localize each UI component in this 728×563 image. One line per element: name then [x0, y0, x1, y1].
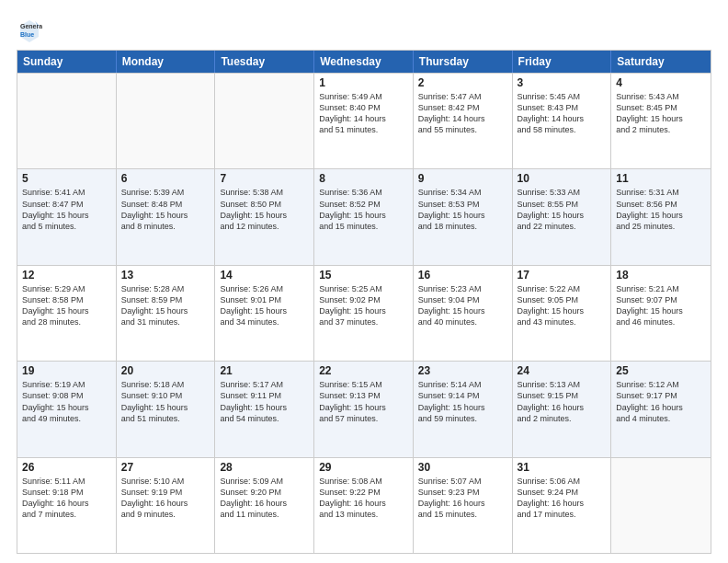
- cal-cell: 18Sunrise: 5:21 AM Sunset: 9:07 PM Dayli…: [611, 266, 711, 361]
- calendar-body: 1Sunrise: 5:49 AM Sunset: 8:40 PM Daylig…: [17, 73, 711, 553]
- cal-cell: 7Sunrise: 5:38 AM Sunset: 8:50 PM Daylig…: [215, 169, 314, 264]
- cal-cell: 26Sunrise: 5:11 AM Sunset: 9:18 PM Dayli…: [17, 458, 117, 553]
- cell-info: Sunrise: 5:06 AM Sunset: 9:24 PM Dayligh…: [518, 476, 607, 521]
- weekday-header-monday: Monday: [117, 51, 216, 73]
- cell-info: Sunrise: 5:19 AM Sunset: 9:08 PM Dayligh…: [22, 379, 111, 424]
- cal-cell: 25Sunrise: 5:12 AM Sunset: 9:17 PM Dayli…: [611, 362, 711, 456]
- cell-info: Sunrise: 5:08 AM Sunset: 9:22 PM Dayligh…: [319, 476, 408, 521]
- cal-cell: 21Sunrise: 5:17 AM Sunset: 9:11 PM Dayli…: [215, 362, 314, 456]
- cal-row-1: 5Sunrise: 5:41 AM Sunset: 8:47 PM Daylig…: [17, 168, 711, 264]
- cal-cell: [17, 74, 117, 168]
- cell-info: Sunrise: 5:47 AM Sunset: 8:42 PM Dayligh…: [418, 91, 507, 136]
- cal-cell: 12Sunrise: 5:29 AM Sunset: 8:58 PM Dayli…: [17, 266, 117, 361]
- cell-info: Sunrise: 5:10 AM Sunset: 9:19 PM Dayligh…: [121, 476, 210, 521]
- cell-info: Sunrise: 5:34 AM Sunset: 8:53 PM Dayligh…: [418, 187, 507, 232]
- cell-day-number: 1: [319, 76, 408, 89]
- cal-cell: 15Sunrise: 5:25 AM Sunset: 9:02 PM Dayli…: [314, 266, 414, 361]
- cell-info: Sunrise: 5:21 AM Sunset: 9:07 PM Dayligh…: [616, 283, 706, 328]
- cal-cell: 8Sunrise: 5:36 AM Sunset: 8:52 PM Daylig…: [314, 169, 414, 264]
- cell-info: Sunrise: 5:31 AM Sunset: 8:56 PM Dayligh…: [616, 187, 706, 232]
- cal-cell: 14Sunrise: 5:26 AM Sunset: 9:01 PM Dayli…: [215, 266, 314, 361]
- cell-info: Sunrise: 5:12 AM Sunset: 9:17 PM Dayligh…: [616, 379, 706, 424]
- logo: General Blue: [17, 17, 46, 42]
- logo-icon: General Blue: [17, 17, 42, 42]
- weekday-header-thursday: Thursday: [414, 51, 513, 73]
- cell-day-number: 17: [518, 269, 607, 282]
- calendar-header: SundayMondayTuesdayWednesdayThursdayFrid…: [17, 51, 711, 73]
- cal-cell: 5Sunrise: 5:41 AM Sunset: 8:47 PM Daylig…: [17, 169, 117, 264]
- cal-cell: 31Sunrise: 5:06 AM Sunset: 9:24 PM Dayli…: [513, 458, 612, 553]
- cal-cell: 17Sunrise: 5:22 AM Sunset: 9:05 PM Dayli…: [513, 266, 612, 361]
- cal-cell: 30Sunrise: 5:07 AM Sunset: 9:23 PM Dayli…: [414, 458, 513, 553]
- cell-day-number: 25: [616, 364, 706, 377]
- weekday-header-tuesday: Tuesday: [215, 51, 314, 73]
- cal-cell: 3Sunrise: 5:45 AM Sunset: 8:43 PM Daylig…: [513, 74, 612, 168]
- cal-row-4: 26Sunrise: 5:11 AM Sunset: 9:18 PM Dayli…: [17, 457, 711, 553]
- cal-row-3: 19Sunrise: 5:19 AM Sunset: 9:08 PM Dayli…: [17, 361, 711, 456]
- cell-day-number: 26: [22, 461, 111, 474]
- cal-cell: 9Sunrise: 5:34 AM Sunset: 8:53 PM Daylig…: [414, 169, 513, 264]
- calendar: SundayMondayTuesdayWednesdayThursdayFrid…: [17, 50, 711, 554]
- cell-day-number: 21: [220, 364, 309, 377]
- cal-cell: 29Sunrise: 5:08 AM Sunset: 9:22 PM Dayli…: [314, 458, 414, 553]
- cal-cell: 10Sunrise: 5:33 AM Sunset: 8:55 PM Dayli…: [513, 169, 612, 264]
- cell-day-number: 13: [121, 269, 210, 282]
- cell-info: Sunrise: 5:17 AM Sunset: 9:11 PM Dayligh…: [220, 379, 309, 424]
- cell-info: Sunrise: 5:09 AM Sunset: 9:20 PM Dayligh…: [220, 476, 309, 521]
- cell-day-number: 20: [121, 364, 210, 377]
- cell-day-number: 29: [319, 461, 408, 474]
- cell-day-number: 4: [616, 76, 706, 89]
- cal-cell: 1Sunrise: 5:49 AM Sunset: 8:40 PM Daylig…: [314, 74, 414, 168]
- cal-cell: 19Sunrise: 5:19 AM Sunset: 9:08 PM Dayli…: [17, 362, 117, 456]
- cell-day-number: 15: [319, 269, 408, 282]
- cell-info: Sunrise: 5:23 AM Sunset: 9:04 PM Dayligh…: [418, 283, 507, 328]
- cal-cell: [215, 74, 314, 168]
- cal-cell: 27Sunrise: 5:10 AM Sunset: 9:19 PM Dayli…: [117, 458, 216, 553]
- cell-info: Sunrise: 5:39 AM Sunset: 8:48 PM Dayligh…: [121, 187, 210, 232]
- cell-info: Sunrise: 5:43 AM Sunset: 8:45 PM Dayligh…: [616, 91, 706, 136]
- cell-info: Sunrise: 5:14 AM Sunset: 9:14 PM Dayligh…: [418, 379, 507, 424]
- cell-day-number: 11: [616, 172, 706, 185]
- cal-cell: 22Sunrise: 5:15 AM Sunset: 9:13 PM Dayli…: [314, 362, 414, 456]
- cal-cell: 11Sunrise: 5:31 AM Sunset: 8:56 PM Dayli…: [611, 169, 711, 264]
- cell-day-number: 12: [22, 269, 111, 282]
- cell-info: Sunrise: 5:22 AM Sunset: 9:05 PM Dayligh…: [518, 283, 607, 328]
- cell-info: Sunrise: 5:36 AM Sunset: 8:52 PM Dayligh…: [319, 187, 408, 232]
- cal-cell: [117, 74, 216, 168]
- page: General Blue SundayMondayTuesdayWednesda…: [0, 0, 728, 563]
- cell-info: Sunrise: 5:26 AM Sunset: 9:01 PM Dayligh…: [220, 283, 309, 328]
- cell-day-number: 27: [121, 461, 210, 474]
- cell-info: Sunrise: 5:41 AM Sunset: 8:47 PM Dayligh…: [22, 187, 111, 232]
- cell-info: Sunrise: 5:25 AM Sunset: 9:02 PM Dayligh…: [319, 283, 408, 328]
- cell-day-number: 31: [518, 461, 607, 474]
- weekday-header-friday: Friday: [513, 51, 612, 73]
- header: General Blue: [17, 17, 711, 42]
- cal-row-0: 1Sunrise: 5:49 AM Sunset: 8:40 PM Daylig…: [17, 73, 711, 168]
- cell-day-number: 30: [418, 461, 507, 474]
- cell-day-number: 7: [220, 172, 309, 185]
- cell-info: Sunrise: 5:13 AM Sunset: 9:15 PM Dayligh…: [518, 379, 607, 424]
- cal-cell: 24Sunrise: 5:13 AM Sunset: 9:15 PM Dayli…: [513, 362, 612, 456]
- cell-day-number: 5: [22, 172, 111, 185]
- cell-day-number: 23: [418, 364, 507, 377]
- cell-info: Sunrise: 5:45 AM Sunset: 8:43 PM Dayligh…: [518, 91, 607, 136]
- cell-day-number: 6: [121, 172, 210, 185]
- cell-day-number: 24: [518, 364, 607, 377]
- cell-info: Sunrise: 5:38 AM Sunset: 8:50 PM Dayligh…: [220, 187, 309, 232]
- cell-info: Sunrise: 5:18 AM Sunset: 9:10 PM Dayligh…: [121, 379, 210, 424]
- cell-day-number: 18: [616, 269, 706, 282]
- cell-day-number: 19: [22, 364, 111, 377]
- cell-info: Sunrise: 5:29 AM Sunset: 8:58 PM Dayligh…: [22, 283, 111, 328]
- cell-day-number: 3: [518, 76, 607, 89]
- cal-cell: 16Sunrise: 5:23 AM Sunset: 9:04 PM Dayli…: [414, 266, 513, 361]
- cal-cell: 13Sunrise: 5:28 AM Sunset: 8:59 PM Dayli…: [117, 266, 216, 361]
- cal-cell: 4Sunrise: 5:43 AM Sunset: 8:45 PM Daylig…: [611, 74, 711, 168]
- cal-row-2: 12Sunrise: 5:29 AM Sunset: 8:58 PM Dayli…: [17, 265, 711, 361]
- cell-day-number: 28: [220, 461, 309, 474]
- cal-cell: 23Sunrise: 5:14 AM Sunset: 9:14 PM Dayli…: [414, 362, 513, 456]
- weekday-header-wednesday: Wednesday: [314, 51, 414, 73]
- cell-day-number: 16: [418, 269, 507, 282]
- cal-cell: 2Sunrise: 5:47 AM Sunset: 8:42 PM Daylig…: [414, 74, 513, 168]
- cell-info: Sunrise: 5:11 AM Sunset: 9:18 PM Dayligh…: [22, 476, 111, 521]
- cal-cell: 6Sunrise: 5:39 AM Sunset: 8:48 PM Daylig…: [117, 169, 216, 264]
